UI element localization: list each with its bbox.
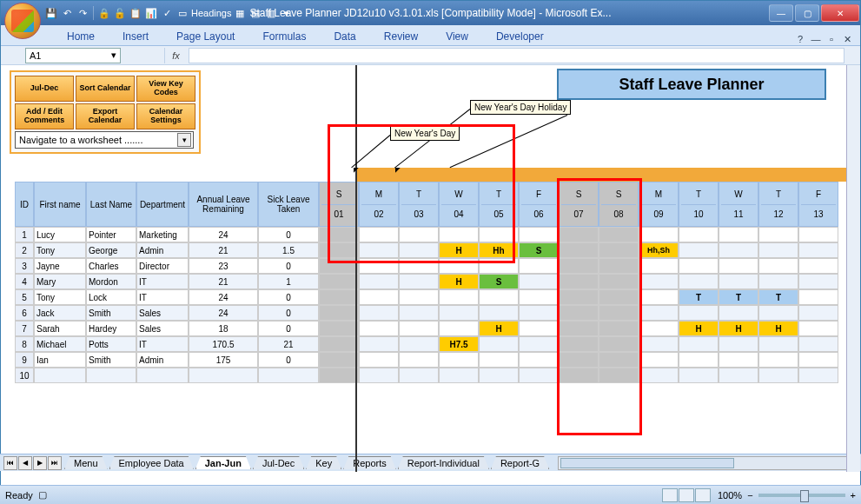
btn-jul-dec[interactable]: Jul-Dec <box>15 76 74 102</box>
cell-day[interactable] <box>319 321 359 336</box>
cell-first-name[interactable]: Michael <box>34 336 86 352</box>
cell-day[interactable] <box>519 305 559 321</box>
maximize-button[interactable]: ▢ <box>795 4 819 22</box>
minimize-button[interactable]: — <box>769 4 793 22</box>
window-icon[interactable]: ▭ <box>176 6 189 20</box>
cell-sick-leave[interactable]: 0 <box>258 227 319 242</box>
view-normal-icon[interactable]: ▦ <box>233 6 247 20</box>
cell-day[interactable]: S <box>519 242 559 258</box>
cell-sick-leave[interactable]: 0 <box>258 258 319 274</box>
cell-last-name[interactable]: Potts <box>86 336 136 352</box>
sheet-tab-jan-jun[interactable]: Jan-Jun <box>195 456 251 469</box>
tab-nav-last[interactable]: ⏭ <box>48 456 62 470</box>
cell-day[interactable] <box>798 289 838 305</box>
tab-nav-prev[interactable]: ◀ <box>18 456 32 470</box>
cell-day[interactable] <box>319 305 359 321</box>
cell-day[interactable]: H <box>758 321 798 336</box>
sheet-tab-report-individual[interactable]: Report-Individual <box>398 456 489 469</box>
zoom-level[interactable]: 100% <box>718 490 742 501</box>
cell-day[interactable] <box>679 227 719 242</box>
cell-day[interactable] <box>719 352 758 368</box>
cell-department[interactable] <box>136 368 189 383</box>
cell-day[interactable] <box>519 368 559 383</box>
cell-day[interactable]: H <box>439 242 479 258</box>
cell-day[interactable] <box>439 305 479 321</box>
cell-day[interactable] <box>359 274 399 289</box>
cell-day[interactable] <box>399 258 439 274</box>
unlock-icon[interactable]: 🔓 <box>113 6 127 20</box>
cell-day[interactable] <box>479 305 519 321</box>
cell-last-name[interactable]: Smith <box>86 352 136 368</box>
btn-export-calendar[interactable]: Export Calendar <box>76 103 135 129</box>
cell-day[interactable] <box>399 336 439 352</box>
zoom-in-button[interactable]: + <box>851 490 856 501</box>
cell-day[interactable] <box>758 242 798 258</box>
cell-day[interactable] <box>679 258 719 274</box>
cell-day[interactable] <box>719 227 758 242</box>
tab-nav-first[interactable]: ⏮ <box>3 456 17 470</box>
cell-day[interactable] <box>639 336 679 352</box>
zoom-out-button[interactable]: − <box>747 490 752 501</box>
cell-annual-leave[interactable]: 24 <box>189 227 258 242</box>
cell-day[interactable] <box>798 368 838 383</box>
cell-first-name[interactable]: Tony <box>34 289 86 305</box>
tab-page-layout[interactable]: Page Layout <box>162 27 248 45</box>
cell-day[interactable] <box>479 289 519 305</box>
cell-day[interactable] <box>639 227 679 242</box>
view-page-break-button[interactable] <box>695 488 711 502</box>
cell-day[interactable] <box>599 227 639 242</box>
cell-day[interactable] <box>599 305 639 321</box>
cell-day[interactable]: T <box>719 289 758 305</box>
save-icon[interactable]: 💾 <box>44 6 58 20</box>
macro-record-icon[interactable]: ▢ <box>38 489 47 501</box>
cell-day[interactable] <box>559 336 599 352</box>
office-button[interactable] <box>4 3 41 39</box>
cell-first-name[interactable] <box>34 368 86 383</box>
cell-day[interactable] <box>399 352 439 368</box>
cell-day[interactable] <box>599 242 639 258</box>
cell-day[interactable] <box>399 227 439 242</box>
cell-sick-leave[interactable]: 0 <box>258 321 319 336</box>
cell-day[interactable] <box>319 242 359 258</box>
cell-day[interactable] <box>679 336 719 352</box>
cell-day[interactable] <box>719 274 758 289</box>
cell-day[interactable] <box>599 274 639 289</box>
cell-day[interactable] <box>639 274 679 289</box>
cell-last-name[interactable]: Smith <box>86 305 136 321</box>
cell-day[interactable] <box>359 258 399 274</box>
redo-icon[interactable]: ↷ <box>76 6 89 20</box>
horizontal-scrollbar[interactable] <box>558 456 858 470</box>
cell-annual-leave[interactable] <box>189 368 258 383</box>
cell-day[interactable] <box>559 321 599 336</box>
cell-day[interactable] <box>439 258 479 274</box>
cell-day[interactable] <box>519 289 559 305</box>
formula-input[interactable] <box>189 48 844 63</box>
check-icon[interactable]: ✓ <box>160 6 174 20</box>
cell-day[interactable] <box>758 368 798 383</box>
cell-day[interactable] <box>359 242 399 258</box>
navigate-worksheet-combo[interactable]: Navigate to a worksheet ....... ▾ <box>15 131 194 149</box>
cell-day[interactable] <box>798 321 838 336</box>
cell-day[interactable]: H <box>679 321 719 336</box>
cell-day[interactable] <box>399 321 439 336</box>
sheet-tab-jul-dec[interactable]: Jul-Dec <box>253 456 304 469</box>
cell-day[interactable] <box>639 321 679 336</box>
cell-day[interactable] <box>758 258 798 274</box>
cell-sick-leave[interactable] <box>258 368 319 383</box>
cell-day[interactable] <box>319 227 359 242</box>
cell-annual-leave[interactable]: 23 <box>189 258 258 274</box>
cell-day[interactable] <box>798 336 838 352</box>
cell-annual-leave[interactable]: 18 <box>189 321 258 336</box>
cell-day[interactable] <box>758 274 798 289</box>
cell-last-name[interactable] <box>86 368 136 383</box>
cell-day[interactable] <box>758 336 798 352</box>
cell-last-name[interactable]: George <box>86 242 136 258</box>
cell-day[interactable] <box>719 242 758 258</box>
cell-sick-leave[interactable]: 1 <box>258 274 319 289</box>
cell-day[interactable] <box>639 368 679 383</box>
cell-day[interactable] <box>719 368 758 383</box>
tab-data[interactable]: Data <box>320 27 369 45</box>
cell-first-name[interactable]: Mary <box>34 274 86 289</box>
cell-department[interactable]: Sales <box>136 305 189 321</box>
cell-day[interactable] <box>639 352 679 368</box>
